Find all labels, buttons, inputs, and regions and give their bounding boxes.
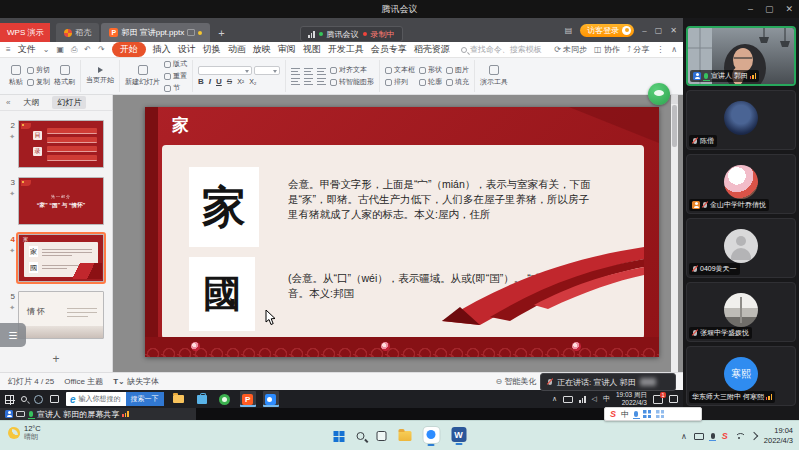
close-icon[interactable]: ✕	[785, 4, 793, 14]
menu-transition[interactable]: 切换	[203, 43, 221, 56]
smart-graphic-button[interactable]: 转智能图形	[330, 77, 374, 87]
share-button[interactable]: ⤴ 分享	[627, 44, 649, 55]
outline-button[interactable]: 轮廓	[419, 77, 442, 87]
textbox-button[interactable]: 文本框	[385, 65, 415, 75]
seal-script-jia-image[interactable]: 家	[189, 167, 259, 247]
save-icon[interactable]: ▣	[56, 45, 64, 54]
wps-minimize-icon[interactable]: –	[642, 27, 646, 35]
floating-assistant-ball[interactable]	[648, 83, 670, 105]
collab-button[interactable]: ◫ 协作	[594, 44, 620, 55]
beautify-button[interactable]: ⊖ 智能美化 ⌄	[496, 376, 546, 387]
menu-devtools[interactable]: 开发工具	[328, 43, 364, 56]
maximize-icon[interactable]: ▢	[765, 4, 774, 14]
keyboard-icon[interactable]	[694, 433, 704, 440]
align-center-icon[interactable]	[304, 77, 313, 85]
green-app-win10[interactable]	[217, 391, 233, 407]
tab-docer[interactable]: 稻壳	[56, 23, 99, 42]
edge-search-box[interactable]: e 输入你想搜的 搜索一下	[66, 392, 164, 406]
wifi-icon[interactable]	[735, 433, 744, 440]
italic-button[interactable]: I	[209, 77, 211, 86]
theme-name[interactable]: Office 主题	[64, 376, 103, 387]
ime-indicator[interactable]: 中	[603, 394, 610, 404]
win10-clock[interactable]: 19:03 周日 2022/4/3	[616, 391, 647, 407]
sogou-icon[interactable]: S	[722, 431, 728, 441]
mic-icon[interactable]	[711, 433, 715, 439]
keyboard-icon[interactable]	[563, 396, 573, 403]
web-search-button[interactable]: 搜索一下	[126, 392, 164, 406]
weather-widget[interactable]: 12°C 晴朗	[8, 424, 41, 441]
action-center-icon[interactable]	[669, 395, 678, 403]
menu-view[interactable]: 视图	[303, 43, 321, 56]
participant-tile[interactable]: 陈僧	[686, 90, 796, 150]
participant-tile[interactable]: 0409黄天一	[686, 218, 796, 278]
wps-maximize-icon[interactable]: ▢	[655, 27, 663, 35]
taskbar-search-icon[interactable]	[21, 396, 27, 402]
menu-docer-res[interactable]: 稻壳资源	[414, 43, 450, 56]
minimize-icon[interactable]: –	[748, 4, 753, 14]
wps-app-label[interactable]: WPS 演示	[0, 23, 50, 42]
cortana-icon[interactable]	[34, 395, 43, 404]
word-app-win11[interactable]	[451, 427, 466, 445]
file-explorer-win11[interactable]	[398, 431, 411, 441]
panel-drag-handle[interactable]: ☰	[0, 323, 26, 347]
bold-button[interactable]: B	[198, 77, 204, 86]
collapse-panel-icon[interactable]: «	[6, 99, 10, 107]
menu-design[interactable]: 设计	[178, 43, 196, 56]
menu-member[interactable]: 会员专享	[371, 43, 407, 56]
sogou-ime-bar[interactable]: S 中	[604, 407, 702, 421]
reset-button[interactable]: 重置	[164, 71, 187, 81]
participant-tile-video[interactable]: 宣讲人 郭田	[686, 26, 796, 86]
subscript-button[interactable]: X₂	[249, 78, 256, 85]
fill-button[interactable]: 填充	[446, 77, 469, 87]
ms-store-win10[interactable]	[194, 391, 210, 407]
speaking-toast[interactable]: 正在讲话: 宣讲人 郭田	[540, 373, 676, 391]
hamburger-icon[interactable]: ≡	[6, 45, 11, 54]
voice-input-icon[interactable]	[634, 411, 638, 417]
new-tab-button[interactable]: +	[218, 27, 224, 42]
arrange-button[interactable]: 排列	[385, 77, 415, 87]
picture-button[interactable]: 图片	[446, 65, 469, 75]
indent-icon[interactable]	[317, 67, 326, 75]
current-slide[interactable]: 家 家 会意。甲骨文字形，上面是“宀”（mián），表示与室家有关，下面是“豕”…	[145, 107, 659, 357]
tray-expand-icon[interactable]: ∧	[552, 395, 557, 403]
canvas-scrollbar[interactable]	[671, 95, 678, 372]
participant-tile[interactable]: 金山中学叶乔倩悦	[686, 154, 796, 214]
strike-button[interactable]: S	[227, 77, 232, 86]
notification-icon[interactable]	[653, 395, 663, 404]
task-view-icon[interactable]	[50, 395, 59, 403]
ime-skin-icon[interactable]	[656, 410, 664, 418]
guest-login-button[interactable]: 访客登录	[580, 24, 634, 37]
share-banner[interactable]: 宣讲人 郭田的屏幕共享	[0, 408, 196, 420]
bullet-list-icon[interactable]	[291, 67, 300, 75]
add-slide-button[interactable]: +	[0, 352, 112, 366]
menu-home[interactable]: 开始	[112, 42, 146, 57]
tab-document[interactable]: 郭田 宣讲ppt.pptx	[101, 23, 210, 42]
participant-tile[interactable]: 张堰中学盛媛悦	[686, 282, 796, 342]
section-button[interactable]: 节	[164, 83, 187, 93]
wps-app-win10[interactable]	[240, 391, 256, 407]
play-from-current-button[interactable]: 当页开始	[86, 67, 114, 85]
slide-thumbnail-3[interactable]: 第一部分 “家” “国” 与 “情怀”	[18, 177, 104, 225]
scroll-thumb[interactable]	[672, 105, 677, 147]
number-list-icon[interactable]	[304, 67, 313, 75]
menu-slideshow[interactable]: 放映	[253, 43, 271, 56]
format-painter-button[interactable]: 格式刷	[54, 65, 75, 87]
volume-muted-icon[interactable]	[750, 432, 758, 440]
layout-button[interactable]: 版式	[164, 59, 187, 69]
wps-close-icon[interactable]: ✕	[670, 27, 677, 35]
task-view-icon[interactable]	[376, 431, 386, 441]
shapes-button[interactable]: 形状	[419, 65, 442, 75]
menu-insert[interactable]: 插入	[153, 43, 171, 56]
missing-font-warning[interactable]: T⌄ 缺失字体	[113, 376, 159, 387]
cut-button[interactable]: 剪切	[27, 65, 50, 75]
volume-icon[interactable]: ◁	[592, 395, 597, 403]
participant-tile[interactable]: 寒熙 华东师大三附中 何寒熙	[686, 346, 796, 406]
sync-status[interactable]: ⟳ 未同步	[554, 44, 587, 55]
tab-outline[interactable]: 大纲	[18, 96, 44, 109]
meeting-app-win11[interactable]	[423, 427, 439, 446]
tray-expand-icon[interactable]: ∧	[681, 432, 687, 441]
slide-thumbnail-2[interactable]: 目 录	[18, 120, 104, 168]
redo-icon[interactable]: ↷	[98, 45, 105, 54]
font-name-select[interactable]	[198, 66, 252, 75]
scroll-up-arrow[interactable]	[671, 95, 678, 104]
